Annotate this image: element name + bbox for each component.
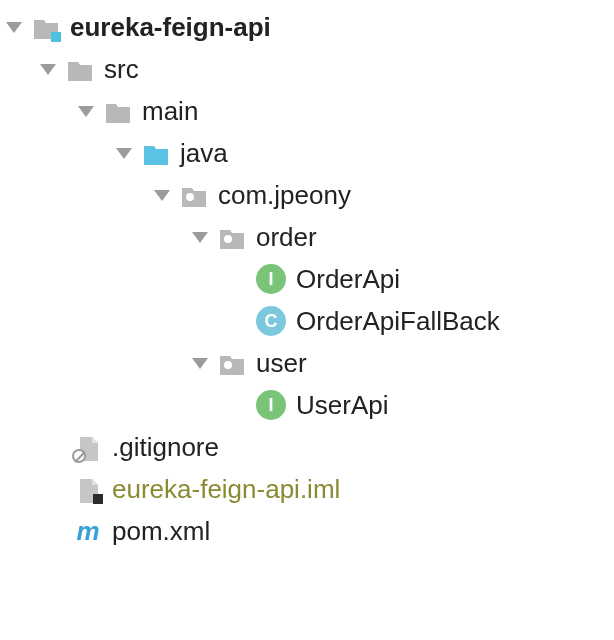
tree-row-pom[interactable]: m pom.xml bbox=[0, 510, 614, 552]
tree-label: eureka-feign-api.iml bbox=[112, 468, 340, 510]
tree-row-src[interactable]: src bbox=[0, 48, 614, 90]
tree-row-orderapifallback[interactable]: C OrderApiFallBack bbox=[0, 300, 614, 342]
tree-label: OrderApi bbox=[296, 258, 400, 300]
tree-label: user bbox=[256, 342, 307, 384]
tree-row-orderapi[interactable]: I OrderApi bbox=[0, 258, 614, 300]
chevron-down-icon[interactable] bbox=[40, 64, 56, 75]
chevron-down-icon[interactable] bbox=[6, 22, 22, 33]
tree-label: UserApi bbox=[296, 384, 388, 426]
tree-label: main bbox=[142, 90, 198, 132]
tree-label: java bbox=[180, 132, 228, 174]
chevron-down-icon[interactable] bbox=[78, 106, 94, 117]
tree-label: .gitignore bbox=[112, 426, 219, 468]
package-icon bbox=[218, 349, 246, 377]
tree-row-user[interactable]: user bbox=[0, 342, 614, 384]
tree-label: com.jpeony bbox=[218, 174, 351, 216]
interface-icon: I bbox=[256, 390, 286, 420]
iml-file-icon bbox=[74, 475, 102, 503]
maven-icon: m bbox=[74, 510, 102, 552]
tree-row-java[interactable]: java bbox=[0, 132, 614, 174]
folder-icon bbox=[66, 55, 94, 83]
tree-label: OrderApiFallBack bbox=[296, 300, 500, 342]
tree-row-root[interactable]: eureka-feign-api bbox=[0, 6, 614, 48]
tree-row-main[interactable]: main bbox=[0, 90, 614, 132]
chevron-down-icon[interactable] bbox=[116, 148, 132, 159]
tree-label: order bbox=[256, 216, 317, 258]
tree-row-userapi[interactable]: I UserApi bbox=[0, 384, 614, 426]
tree-row-gitignore[interactable]: .gitignore bbox=[0, 426, 614, 468]
chevron-down-icon[interactable] bbox=[192, 358, 208, 369]
tree-row-package[interactable]: com.jpeony bbox=[0, 174, 614, 216]
tree-row-order[interactable]: order bbox=[0, 216, 614, 258]
folder-icon bbox=[104, 97, 132, 125]
module-folder-icon bbox=[32, 13, 60, 41]
tree-label: pom.xml bbox=[112, 510, 210, 552]
ignored-file-icon bbox=[74, 433, 102, 461]
chevron-down-icon[interactable] bbox=[154, 190, 170, 201]
tree-label: eureka-feign-api bbox=[70, 6, 271, 48]
package-icon bbox=[180, 181, 208, 209]
package-icon bbox=[218, 223, 246, 251]
source-folder-icon bbox=[142, 139, 170, 167]
chevron-down-icon[interactable] bbox=[192, 232, 208, 243]
tree-row-iml[interactable]: eureka-feign-api.iml bbox=[0, 468, 614, 510]
tree-label: src bbox=[104, 48, 139, 90]
class-icon: C bbox=[256, 306, 286, 336]
interface-icon: I bbox=[256, 264, 286, 294]
